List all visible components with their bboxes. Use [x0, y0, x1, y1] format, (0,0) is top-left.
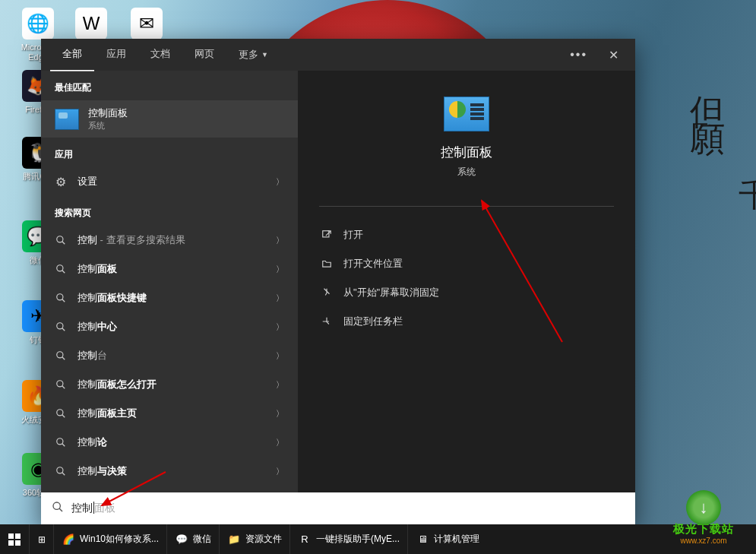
search-icon: [55, 234, 67, 246]
app-icon: 📁: [227, 533, 241, 546]
taskbar-app[interactable]: 💬微信: [166, 524, 219, 554]
action-unpin[interactable]: 从"开始"屏幕取消固定: [308, 278, 625, 307]
task-view-icon: ⊞: [38, 534, 46, 545]
web-result-row[interactable]: 控制面板怎么打开〉: [41, 370, 298, 399]
taskbar-app-label: 计算机管理: [434, 533, 479, 546]
web-result-row[interactable]: 控制与决策〉: [41, 457, 298, 486]
action-pin[interactable]: 固定到任务栏: [308, 307, 625, 336]
apps-heading: 应用: [41, 138, 298, 167]
taskbar-app[interactable]: 🖥计算机管理: [407, 524, 487, 554]
chevron-right-icon: 〉: [276, 176, 284, 188]
action-label: 从"开始"屏幕取消固定: [343, 286, 439, 299]
search-box[interactable]: 控制面板: [41, 492, 635, 524]
svg-line-15: [62, 444, 65, 447]
tab-all[interactable]: 全部: [50, 38, 94, 71]
result-label: 控制面板: [77, 262, 117, 276]
svg-line-13: [62, 415, 65, 418]
svg-line-11: [62, 386, 65, 389]
search-icon: [55, 407, 67, 419]
action-folder[interactable]: 打开文件位置: [308, 249, 625, 278]
svg-rect-23: [8, 533, 14, 539]
svg-point-12: [57, 410, 63, 416]
chevron-right-icon: 〉: [276, 350, 284, 362]
chevron-right-icon: 〉: [276, 264, 284, 275]
svg-line-1: [62, 242, 65, 245]
wallpaper-text-1: 但 願: [684, 68, 731, 105]
app-row-label: 设置: [77, 175, 97, 188]
search-icon: [55, 321, 67, 333]
tab-more[interactable]: 更多▼: [226, 38, 280, 71]
tab-apps[interactable]: 应用: [94, 38, 138, 71]
web-result-row[interactable]: 控制论〉: [41, 428, 298, 457]
filter-tabs: 全部 应用 文档 网页 更多▼: [50, 38, 280, 71]
preview-column: 控制面板 系统 打开打开文件位置从"开始"屏幕取消固定固定到任务栏: [298, 71, 635, 492]
search-typed-text: 控制: [71, 502, 93, 514]
svg-line-5: [62, 299, 65, 302]
web-result-row[interactable]: 控制台〉: [41, 341, 298, 370]
search-icon: [55, 465, 67, 477]
divider: [319, 206, 614, 207]
best-match-item[interactable]: 控制面板 系统: [41, 100, 298, 138]
preview-app-icon: [444, 97, 489, 131]
action-label: 打开: [343, 228, 363, 242]
unpin-icon: [321, 287, 333, 298]
chevron-right-icon: 〉: [276, 293, 284, 304]
action-open[interactable]: 打开: [308, 220, 625, 249]
app-icon: 💬: [175, 533, 188, 546]
control-panel-icon: [55, 109, 79, 130]
result-label: 控制与决策: [77, 464, 127, 478]
svg-line-20: [59, 508, 62, 511]
svg-point-2: [57, 265, 63, 271]
search-panel: 全部 应用 文档 网页 更多▼ ••• ✕ 最佳匹配 控制面板 系统 应用: [41, 39, 635, 524]
tab-docs[interactable]: 文档: [138, 38, 182, 71]
svg-line-9: [62, 357, 65, 360]
svg-line-7: [62, 328, 65, 331]
start-button[interactable]: [0, 524, 29, 554]
open-icon: [321, 230, 333, 240]
taskbar-app[interactable]: R一键排版助手(MyE...: [289, 524, 407, 554]
results-column: 最佳匹配 控制面板 系统 应用 ⚙ 设置 〉 搜索网页 控制 - 查看更多搜索结…: [41, 71, 298, 492]
app-icon: ✉: [131, 8, 163, 40]
web-result-row[interactable]: 控制中心〉: [41, 312, 298, 341]
result-label: 控制面板主页: [77, 407, 137, 420]
taskbar-app[interactable]: 📁资源文件: [219, 524, 289, 554]
result-label: 控制面板怎么打开: [77, 378, 157, 391]
taskbar-app[interactable]: 🌈Win10如何修改系...: [53, 524, 166, 554]
gear-icon: ⚙: [55, 176, 67, 188]
svg-line-3: [62, 271, 65, 274]
svg-rect-25: [8, 540, 14, 546]
svg-point-0: [57, 236, 63, 242]
chevron-right-icon: 〉: [276, 408, 284, 419]
pin-icon: [321, 316, 333, 327]
app-icon: 🌐: [22, 8, 54, 40]
preview-title: 控制面板: [441, 144, 492, 161]
svg-point-14: [57, 438, 63, 445]
taskbar-app-label: 资源文件: [245, 533, 282, 546]
action-label: 打开文件位置: [343, 257, 403, 271]
more-options-button[interactable]: •••: [570, 48, 587, 62]
app-icon: 🌈: [62, 533, 75, 546]
web-result-row[interactable]: 控制面板〉: [41, 255, 298, 283]
svg-point-19: [53, 502, 60, 509]
action-label: 固定到任务栏: [343, 315, 403, 328]
svg-point-4: [57, 294, 63, 300]
chevron-right-icon: 〉: [276, 235, 284, 246]
preview-header: 控制面板 系统: [298, 71, 635, 195]
app-icon: R: [298, 533, 312, 546]
svg-rect-24: [15, 533, 21, 539]
close-button[interactable]: ✕: [601, 43, 626, 67]
svg-point-8: [57, 352, 63, 358]
result-label: 控制论: [77, 435, 107, 449]
web-result-row[interactable]: 控制面板快捷键〉: [41, 283, 298, 312]
action-list: 打开打开文件位置从"开始"屏幕取消固定固定到任务栏: [298, 217, 635, 339]
search-icon: [55, 436, 67, 448]
chevron-right-icon: 〉: [276, 379, 284, 391]
task-view-button[interactable]: ⊞: [29, 524, 53, 554]
chevron-right-icon: 〉: [276, 437, 284, 448]
app-icon: 🖥: [416, 533, 429, 546]
taskbar-app-label: 微信: [193, 533, 211, 546]
app-row-settings[interactable]: ⚙ 设置 〉: [41, 167, 298, 196]
web-result-row[interactable]: 控制面板主页〉: [41, 399, 298, 428]
tab-web[interactable]: 网页: [182, 38, 226, 71]
web-result-row[interactable]: 控制 - 查看更多搜索结果〉: [41, 226, 298, 255]
